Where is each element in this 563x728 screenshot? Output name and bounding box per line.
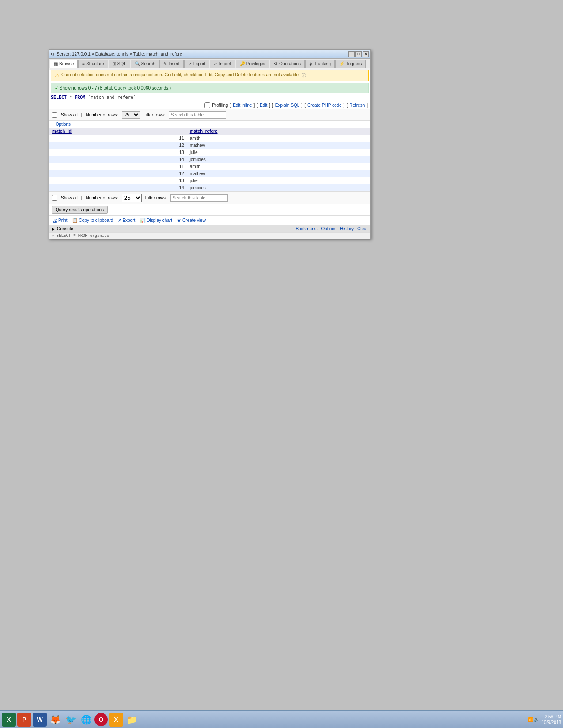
success-text: Showing rows 0 - 7 (8 total, Query took … [60,86,171,90]
cell-match-refere: jomicies [187,156,370,163]
close-button[interactable]: ✕ [363,51,369,57]
separator4: [ [346,103,348,108]
maximize-button[interactable]: □ [355,51,362,57]
tab-structure-label: Structure [86,61,104,66]
warning-icon: ⚠ [55,72,60,79]
table-row: 11amith [49,163,370,170]
tab-insert[interactable]: ✎ Insert [159,60,183,68]
privileges-icon: 🔑 [240,61,245,66]
settings-icon[interactable]: ⚙ [51,52,55,56]
cell-match-id: 12 [49,170,187,177]
date-display: 10/9/2018 [542,720,562,725]
tab-triggers-label: Triggers [346,61,362,66]
title-bar: ⚙ Server: 127.0.0.1 » Database: tennis »… [49,50,370,59]
rows-select-bottom[interactable]: 25 50 100 [122,194,142,202]
filter-label-bottom: Filter rows: [145,195,167,200]
sql-table-name: `match_and_refere` [88,95,136,100]
taskbar-thunderbird[interactable]: 🐦 [64,713,78,727]
cell-match-id: 11 [49,135,187,142]
tab-privileges-label: Privileges [246,61,265,66]
refresh-link[interactable]: Refresh [349,103,365,108]
filter-input-bottom[interactable] [170,194,228,202]
col-match-id[interactable]: match_id [49,128,187,135]
taskbar-firefox[interactable]: 🦊 [48,713,62,727]
cell-match-id: 13 [49,177,187,184]
warning-info-icon[interactable]: ⓘ [302,72,306,79]
controls-bottom: Show all | Number of rows: 25 50 100 Fil… [49,191,370,204]
operations-icon: ⚙ [274,61,278,66]
profiling-checkbox[interactable] [204,102,210,108]
tab-operations-label: Operations [279,61,301,66]
options-link-console[interactable]: Options [321,226,336,231]
tab-export-label: Export [193,61,206,66]
edit-inline-link[interactable]: Edit inline [233,103,252,108]
create-php-link[interactable]: Create PHP code [307,103,342,108]
export-action-icon: ↗ [117,218,121,223]
clear-link[interactable]: Clear [357,226,368,231]
separator3: [ [304,103,306,108]
console-label: Console [57,226,73,231]
taskbar-word[interactable]: W [33,713,47,727]
col-match-refere[interactable]: match_refere [187,128,370,135]
browse-icon: ▦ [54,61,58,66]
wifi-icon: 📶 [528,717,533,722]
print-label: Print [58,218,68,223]
qro-button[interactable]: Query results operations [52,206,108,214]
taskbar-chrome[interactable]: 🌐 [79,713,93,727]
table-row: 12mathew [49,170,370,177]
taskbar-opera[interactable]: O [94,713,108,726]
explain-sql-link[interactable]: Explain SQL [275,103,300,108]
controls-top: Show all | Number of rows: 25 50 100 Fil… [49,109,370,121]
show-all-label-top: Show all [61,113,78,117]
time-display: 2:56 PM [542,714,562,720]
rows-select-top[interactable]: 25 50 100 [122,111,140,119]
copy-icon: 📋 [72,218,78,223]
tab-browse[interactable]: ▦ Browse [50,60,78,68]
taskbar-xampp[interactable]: X [109,713,123,727]
tab-search[interactable]: 🔍 Search [131,60,159,68]
cell-match-id: 14 [49,184,187,191]
copy-link[interactable]: 📋 Copy to clipboard [72,218,113,223]
cell-match-refere: amith [187,135,370,142]
sql-keyword-from: FROM [75,95,85,100]
edit-link[interactable]: Edit [260,103,267,108]
filter-label-top: Filter rows: [144,113,165,117]
table-row: 14jomicies [49,156,370,163]
cell-match-refere: mathew [187,170,370,177]
chart-link[interactable]: 📊 Display chart [140,218,172,223]
show-all-checkbox-top[interactable] [52,112,57,118]
filter-input-top[interactable] [169,111,226,119]
taskbar-ppt[interactable]: P [17,713,31,727]
taskbar-time: 2:56 PM 10/9/2018 [542,714,562,725]
tab-export[interactable]: ↗ Export [184,60,210,68]
tab-import[interactable]: ↙ Import [210,60,235,68]
taskbar-folder[interactable]: 📁 [125,713,139,727]
sql-code: SELECT * FROM `match_and_refere` [51,95,369,100]
tab-structure[interactable]: ≡ Structure [78,60,108,68]
structure-icon: ≡ [82,61,85,66]
history-link[interactable]: History [340,226,354,231]
tab-sql[interactable]: ⊞ SQL [109,60,130,68]
show-all-checkbox-bottom[interactable] [52,195,57,201]
cell-match-refere: mathew [187,142,370,149]
tab-tracking[interactable]: ◈ Tracking [305,60,335,68]
tab-operations[interactable]: ⚙ Operations [270,60,305,68]
speaker-icon: 🔊 [534,717,539,722]
num-rows-label-top: Number of rows: [86,113,118,117]
print-link[interactable]: 🖨 Print [53,218,68,223]
copy-label: Copy to clipboard [79,218,113,223]
export-link[interactable]: ↗ Export [117,218,135,223]
options-link-top[interactable]: + Options [49,121,370,128]
minimize-button[interactable]: ─ [348,51,355,57]
title-bar-buttons: ─ □ ✕ [348,51,369,57]
tab-triggers[interactable]: ⚡ Triggers [335,60,366,68]
tab-privileges[interactable]: 🔑 Privileges [236,60,269,68]
cell-match-id: 13 [49,149,187,156]
tab-import-label: Import [219,61,231,66]
bookmarks-link[interactable]: Bookmarks [295,226,317,231]
view-link[interactable]: 👁 Create view [177,218,206,223]
main-window: ⚙ Server: 127.0.0.1 » Database: tennis »… [49,49,371,239]
main-content: ⚠ Current selection does not contain a u… [49,70,370,239]
taskbar-excel[interactable]: X [2,713,16,727]
table-row: 11amith [49,135,370,142]
